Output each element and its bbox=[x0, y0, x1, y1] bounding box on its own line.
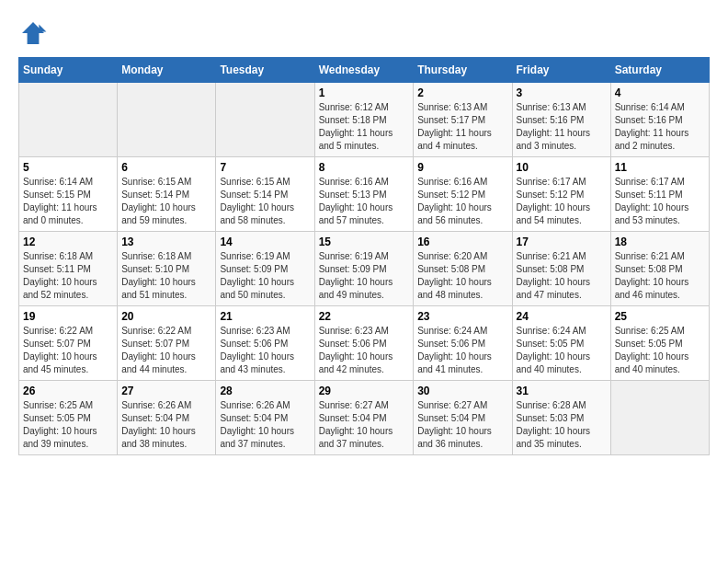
calendar-week-row: 12Sunrise: 6:18 AMSunset: 5:11 PMDayligh… bbox=[19, 232, 710, 306]
day-info: Sunrise: 6:23 AMSunset: 5:06 PMDaylight:… bbox=[220, 325, 310, 376]
day-info: Sunrise: 6:12 AMSunset: 5:18 PMDaylight:… bbox=[319, 101, 410, 153]
day-number: 12 bbox=[23, 236, 113, 248]
calendar-cell: 5Sunrise: 6:14 AMSunset: 5:15 PMDaylight… bbox=[19, 157, 118, 232]
header-wednesday: Wednesday bbox=[314, 58, 414, 83]
day-number: 19 bbox=[23, 310, 113, 323]
day-number: 21 bbox=[220, 310, 310, 323]
day-number: 24 bbox=[517, 310, 607, 323]
day-number: 6 bbox=[121, 161, 211, 174]
calendar-cell: 10Sunrise: 6:17 AMSunset: 5:12 PMDayligh… bbox=[512, 157, 610, 232]
calendar-cell: 12Sunrise: 6:18 AMSunset: 5:11 PMDayligh… bbox=[19, 232, 118, 306]
day-info: Sunrise: 6:21 AMSunset: 5:08 PMDaylight:… bbox=[517, 250, 607, 302]
calendar-header-row: SundayMondayTuesdayWednesdayThursdayFrid… bbox=[19, 58, 710, 83]
day-info: Sunrise: 6:13 AMSunset: 5:16 PMDaylight:… bbox=[517, 101, 607, 153]
day-info: Sunrise: 6:20 AMSunset: 5:08 PMDaylight:… bbox=[417, 250, 507, 302]
calendar-cell: 31Sunrise: 6:28 AMSunset: 5:03 PMDayligh… bbox=[512, 381, 610, 455]
day-number: 11 bbox=[615, 161, 705, 174]
day-info: Sunrise: 6:18 AMSunset: 5:10 PMDaylight:… bbox=[121, 250, 211, 302]
header-sunday: Sunday bbox=[19, 58, 118, 83]
calendar-cell: 29Sunrise: 6:27 AMSunset: 5:04 PMDayligh… bbox=[314, 381, 414, 455]
day-number: 10 bbox=[517, 161, 607, 174]
logo-icon bbox=[18, 18, 48, 48]
day-number: 9 bbox=[417, 161, 507, 174]
calendar-cell: 15Sunrise: 6:19 AMSunset: 5:09 PMDayligh… bbox=[314, 232, 414, 306]
day-info: Sunrise: 6:16 AMSunset: 5:13 PMDaylight:… bbox=[319, 176, 410, 227]
day-info: Sunrise: 6:22 AMSunset: 5:07 PMDaylight:… bbox=[23, 325, 113, 376]
calendar-cell: 17Sunrise: 6:21 AMSunset: 5:08 PMDayligh… bbox=[512, 232, 610, 306]
calendar-table: SundayMondayTuesdayWednesdayThursdayFrid… bbox=[18, 57, 710, 455]
calendar-cell: 2Sunrise: 6:13 AMSunset: 5:17 PMDaylight… bbox=[414, 83, 512, 157]
day-info: Sunrise: 6:17 AMSunset: 5:12 PMDaylight:… bbox=[517, 176, 607, 227]
day-info: Sunrise: 6:25 AMSunset: 5:05 PMDaylight:… bbox=[615, 325, 705, 376]
day-number: 2 bbox=[417, 86, 507, 99]
day-info: Sunrise: 6:24 AMSunset: 5:06 PMDaylight:… bbox=[417, 325, 507, 376]
header-friday: Friday bbox=[512, 58, 610, 83]
day-number: 20 bbox=[121, 310, 211, 323]
calendar-cell: 25Sunrise: 6:25 AMSunset: 5:05 PMDayligh… bbox=[610, 306, 709, 381]
calendar-cell: 8Sunrise: 6:16 AMSunset: 5:13 PMDaylight… bbox=[314, 157, 414, 232]
calendar-cell: 6Sunrise: 6:15 AMSunset: 5:14 PMDaylight… bbox=[118, 157, 216, 232]
day-info: Sunrise: 6:23 AMSunset: 5:06 PMDaylight:… bbox=[319, 325, 410, 376]
calendar-cell: 11Sunrise: 6:17 AMSunset: 5:11 PMDayligh… bbox=[610, 157, 709, 232]
day-info: Sunrise: 6:19 AMSunset: 5:09 PMDaylight:… bbox=[220, 250, 310, 302]
day-number: 23 bbox=[417, 310, 507, 323]
day-info: Sunrise: 6:21 AMSunset: 5:08 PMDaylight:… bbox=[615, 250, 705, 302]
calendar-cell bbox=[19, 83, 118, 157]
calendar-cell: 24Sunrise: 6:24 AMSunset: 5:05 PMDayligh… bbox=[512, 306, 610, 381]
calendar-cell: 22Sunrise: 6:23 AMSunset: 5:06 PMDayligh… bbox=[314, 306, 414, 381]
page-header bbox=[18, 18, 710, 48]
day-number: 17 bbox=[517, 236, 607, 248]
day-number: 3 bbox=[517, 86, 607, 99]
calendar-cell: 1Sunrise: 6:12 AMSunset: 5:18 PMDaylight… bbox=[314, 83, 414, 157]
day-number: 29 bbox=[319, 385, 410, 397]
day-info: Sunrise: 6:28 AMSunset: 5:03 PMDaylight:… bbox=[517, 399, 607, 451]
calendar-cell bbox=[216, 83, 314, 157]
calendar-week-row: 19Sunrise: 6:22 AMSunset: 5:07 PMDayligh… bbox=[19, 306, 710, 381]
day-info: Sunrise: 6:26 AMSunset: 5:04 PMDaylight:… bbox=[220, 399, 310, 451]
day-number: 8 bbox=[319, 161, 410, 174]
calendar-cell: 18Sunrise: 6:21 AMSunset: 5:08 PMDayligh… bbox=[610, 232, 709, 306]
calendar-cell: 7Sunrise: 6:15 AMSunset: 5:14 PMDaylight… bbox=[216, 157, 314, 232]
calendar-week-row: 1Sunrise: 6:12 AMSunset: 5:18 PMDaylight… bbox=[19, 83, 710, 157]
day-info: Sunrise: 6:26 AMSunset: 5:04 PMDaylight:… bbox=[121, 399, 211, 451]
day-info: Sunrise: 6:25 AMSunset: 5:05 PMDaylight:… bbox=[23, 399, 113, 451]
day-info: Sunrise: 6:13 AMSunset: 5:17 PMDaylight:… bbox=[417, 101, 507, 153]
day-info: Sunrise: 6:17 AMSunset: 5:11 PMDaylight:… bbox=[615, 176, 705, 227]
header-monday: Monday bbox=[118, 58, 216, 83]
calendar-cell: 30Sunrise: 6:27 AMSunset: 5:04 PMDayligh… bbox=[414, 381, 512, 455]
calendar-cell: 13Sunrise: 6:18 AMSunset: 5:10 PMDayligh… bbox=[118, 232, 216, 306]
calendar-week-row: 26Sunrise: 6:25 AMSunset: 5:05 PMDayligh… bbox=[19, 381, 710, 455]
calendar-cell: 21Sunrise: 6:23 AMSunset: 5:06 PMDayligh… bbox=[216, 306, 314, 381]
day-info: Sunrise: 6:19 AMSunset: 5:09 PMDaylight:… bbox=[319, 250, 410, 302]
day-info: Sunrise: 6:14 AMSunset: 5:15 PMDaylight:… bbox=[23, 176, 113, 227]
calendar-cell: 28Sunrise: 6:26 AMSunset: 5:04 PMDayligh… bbox=[216, 381, 314, 455]
day-info: Sunrise: 6:27 AMSunset: 5:04 PMDaylight:… bbox=[319, 399, 410, 451]
day-info: Sunrise: 6:16 AMSunset: 5:12 PMDaylight:… bbox=[417, 176, 507, 227]
day-number: 27 bbox=[121, 385, 211, 397]
day-info: Sunrise: 6:15 AMSunset: 5:14 PMDaylight:… bbox=[121, 176, 211, 227]
day-number: 15 bbox=[319, 236, 410, 248]
logo bbox=[18, 18, 51, 48]
day-number: 30 bbox=[417, 385, 507, 397]
day-number: 26 bbox=[23, 385, 113, 397]
calendar-cell: 9Sunrise: 6:16 AMSunset: 5:12 PMDaylight… bbox=[414, 157, 512, 232]
day-info: Sunrise: 6:22 AMSunset: 5:07 PMDaylight:… bbox=[121, 325, 211, 376]
day-info: Sunrise: 6:14 AMSunset: 5:16 PMDaylight:… bbox=[615, 101, 705, 153]
header-saturday: Saturday bbox=[610, 58, 709, 83]
day-number: 7 bbox=[220, 161, 310, 174]
day-number: 22 bbox=[319, 310, 410, 323]
day-number: 4 bbox=[615, 86, 705, 99]
calendar-cell: 26Sunrise: 6:25 AMSunset: 5:05 PMDayligh… bbox=[19, 381, 118, 455]
calendar-cell: 20Sunrise: 6:22 AMSunset: 5:07 PMDayligh… bbox=[118, 306, 216, 381]
day-info: Sunrise: 6:18 AMSunset: 5:11 PMDaylight:… bbox=[23, 250, 113, 302]
calendar-cell: 4Sunrise: 6:14 AMSunset: 5:16 PMDaylight… bbox=[610, 83, 709, 157]
svg-marker-0 bbox=[22, 22, 44, 44]
day-number: 5 bbox=[23, 161, 113, 174]
day-info: Sunrise: 6:15 AMSunset: 5:14 PMDaylight:… bbox=[220, 176, 310, 227]
day-number: 13 bbox=[121, 236, 211, 248]
calendar-cell: 27Sunrise: 6:26 AMSunset: 5:04 PMDayligh… bbox=[118, 381, 216, 455]
day-number: 28 bbox=[220, 385, 310, 397]
svg-marker-1 bbox=[39, 24, 46, 31]
calendar-cell: 14Sunrise: 6:19 AMSunset: 5:09 PMDayligh… bbox=[216, 232, 314, 306]
day-number: 25 bbox=[615, 310, 705, 323]
